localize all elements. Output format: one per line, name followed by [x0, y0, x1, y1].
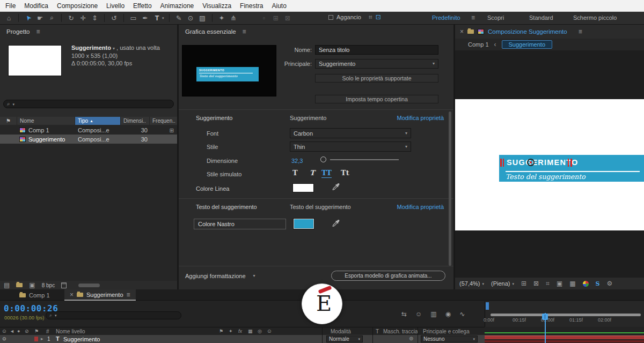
vertical-scrollbar[interactable]	[449, 111, 451, 266]
selection-handle[interactable]	[503, 159, 504, 167]
playhead-handle[interactable]	[542, 314, 548, 320]
caret-icon[interactable]: ▾	[113, 46, 115, 51]
layer-name[interactable]: Suggerimento	[63, 336, 100, 342]
track-matte-column[interactable]: Masch. traccia	[383, 329, 418, 334]
eyedropper-icon[interactable]	[332, 220, 340, 227]
navigator-start-handle[interactable]	[486, 302, 489, 310]
blend-switch-icon[interactable]: ⊙	[267, 329, 272, 334]
new-composition-icon[interactable]: ▣	[29, 282, 35, 288]
pickwhip-icon[interactable]: ⊚	[409, 336, 413, 341]
shy-switch-icon[interactable]: ⚑	[219, 329, 223, 334]
column-frequenza[interactable]: Frequen..	[150, 117, 177, 125]
panel-menu-icon[interactable]: ≡	[579, 28, 582, 35]
region-of-interest-icon[interactable]: ▣	[557, 280, 562, 287]
pan-camera-tool-icon[interactable]: ✛	[78, 14, 87, 22]
snapping-checkbox[interactable]	[328, 15, 333, 20]
layer-duration-bar[interactable]	[485, 335, 644, 339]
horizontal-scrollbar[interactable]	[78, 284, 100, 287]
home-icon[interactable]: ⌂	[4, 14, 13, 22]
parent-dropdown[interactable]: Nessuno▾	[421, 335, 478, 342]
menu-modifica[interactable]: Modifica	[20, 2, 53, 10]
menu-visualizza[interactable]: Visualizza	[198, 2, 236, 10]
flowchart-icon[interactable]: ⊞	[170, 128, 174, 133]
menu-file[interactable]: File	[1, 2, 20, 10]
workspace-predefinito[interactable]: Predefinito	[432, 14, 460, 21]
font-select[interactable]: Carbon ▾	[290, 128, 411, 138]
shy-layers-icon[interactable]: ☺	[415, 311, 422, 317]
show-snapshot-icon[interactable]: ⊠	[533, 280, 539, 287]
frame-blending-icon[interactable]: ▥	[430, 311, 436, 317]
add-formatting-dropdown[interactable]: Aggiungi formattazione ▾	[185, 273, 255, 279]
blend-mode-dropdown[interactable]: Normale▾	[326, 335, 363, 342]
size-value[interactable]: 32,3	[291, 158, 303, 164]
puppet-pin-tool-icon[interactable]: ⋔	[229, 14, 238, 22]
menu-effetto[interactable]: Effetto	[129, 2, 156, 10]
layer-label-chip[interactable]	[34, 337, 38, 341]
mode-column[interactable]: Modalità	[331, 329, 351, 334]
solo-icon[interactable]: ●	[17, 329, 20, 334]
panel-menu-icon[interactable]: ≡	[127, 292, 130, 298]
layer-name-column[interactable]: Nome livello	[56, 329, 85, 334]
canvas-subtitle-text[interactable]: Testo del suggerimento	[506, 173, 586, 181]
mask-shape-tool-icon[interactable]: ▭	[129, 14, 138, 22]
menu-finestra[interactable]: Finestra	[236, 2, 267, 10]
eraser-tool-icon[interactable]: ▨	[198, 14, 207, 22]
workspace-schermo-piccolo[interactable]: Schermo piccolo	[573, 14, 617, 21]
breadcrumb-suggerimento[interactable]: Suggerimento	[502, 40, 553, 49]
disclosure-icon[interactable]: ▸	[41, 337, 43, 341]
t-column[interactable]: T	[376, 329, 379, 334]
workspace-scopri[interactable]: Scopri	[487, 14, 504, 21]
collapse-switch-icon[interactable]: ✦	[229, 329, 233, 334]
timeline-tab-comp1[interactable]: Comp 1	[14, 289, 55, 301]
menu-livello[interactable]: Livello	[102, 2, 129, 10]
workspace-standard[interactable]: Standard	[529, 14, 553, 21]
selection-handle[interactable]	[500, 159, 502, 167]
lock-icon[interactable]: ⊘	[25, 329, 29, 334]
type-tool-icon[interactable]: T	[152, 14, 162, 22]
label-column-icon[interactable]: ⚑	[34, 329, 39, 334]
clone-stamp-tool-icon[interactable]: ⊙	[186, 14, 195, 22]
roto-brush-tool-icon[interactable]: ✦	[217, 14, 226, 22]
composition-canvas[interactable]: SUGGERIMENTO Testo del suggerimento	[455, 99, 644, 230]
rotation-tool-icon[interactable]: ↺	[109, 14, 119, 22]
close-icon[interactable]: ×	[460, 28, 464, 35]
ribbon-color-swatch[interactable]	[294, 219, 314, 229]
resolution-dropdown[interactable]: (Piena)▾	[491, 280, 514, 287]
canvas-ribbon[interactable]: SUGGERIMENTO Testo del suggerimento	[499, 155, 644, 182]
zoom-level-dropdown[interactable]: (57,4%)▾	[459, 280, 484, 287]
breadcrumb-comp1[interactable]: Comp 1	[468, 41, 489, 48]
selection-handle[interactable]	[570, 159, 572, 167]
column-nome[interactable]: Nome	[17, 117, 75, 125]
faux-bold-button[interactable]: T	[292, 169, 298, 177]
panel-menu-icon[interactable]: ≡	[243, 28, 246, 35]
time-ruler[interactable]: 0:00f 00:15f 01:00f 01:15f 02:00f	[485, 301, 644, 327]
eye-icon[interactable]: ⊙	[2, 337, 6, 341]
snapshot-icon[interactable]: ⊞	[521, 280, 526, 287]
stroke-color-swatch[interactable]	[292, 183, 314, 192]
supported-properties-button[interactable]: Solo le proprietà supportate	[315, 74, 438, 83]
project-search-input[interactable]: ⌕ ▾	[3, 100, 174, 108]
time-navigator-bar[interactable]	[491, 314, 641, 316]
brush-tool-icon[interactable]: ✎	[174, 14, 184, 22]
pen-tool-icon[interactable]: ✒	[141, 14, 150, 22]
new-folder-icon[interactable]	[16, 283, 23, 287]
size-slider-track[interactable]	[330, 159, 399, 160]
snap-frame-icon[interactable]: ⊡	[376, 14, 381, 20]
selection-handle[interactable]	[568, 159, 569, 167]
close-icon[interactable]: ×	[70, 292, 74, 298]
hand-tool-icon[interactable]: ☛	[35, 14, 45, 22]
interpret-footage-icon[interactable]: ▤	[4, 282, 10, 288]
font-style-select[interactable]: Thin ▾	[290, 141, 411, 152]
quality-switch-icon[interactable]: ▦	[248, 329, 253, 334]
parent-link-column[interactable]: Principale e collega	[423, 329, 470, 334]
menu-animazione[interactable]: Animazione	[156, 2, 199, 10]
ribbon-color-name-field[interactable]: Colore Nastro	[194, 219, 286, 229]
workspace-menu-icon[interactable]: ≡	[471, 14, 475, 21]
column-dimensioni[interactable]: Dimensi..	[121, 117, 150, 125]
small-caps-button[interactable]: Tt	[341, 169, 349, 177]
template-name-input[interactable]	[315, 45, 438, 55]
panel-menu-icon[interactable]: ≡	[36, 28, 40, 35]
eyedropper-icon[interactable]	[332, 183, 340, 191]
table-row-comp1[interactable]: Comp 1 Composi...e 30 ⊞	[0, 125, 177, 135]
timeline-search-input[interactable]: ⌕ ▾	[46, 311, 181, 319]
